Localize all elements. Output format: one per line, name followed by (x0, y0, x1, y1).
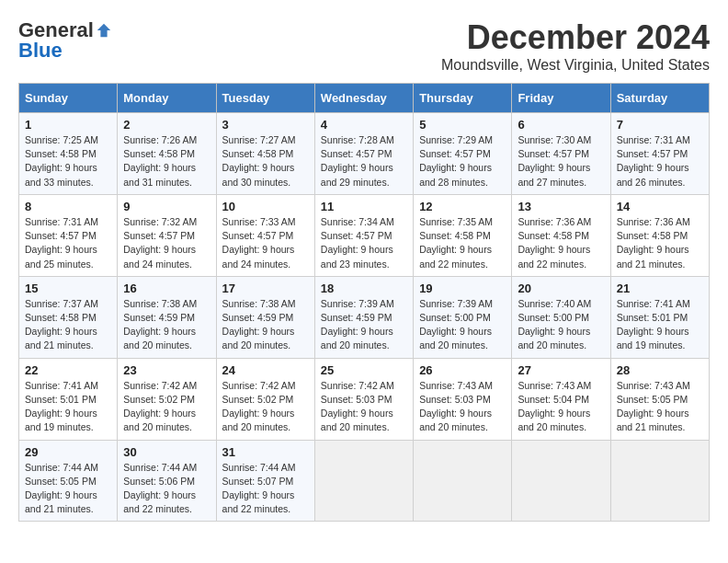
day-number: 20 (518, 282, 604, 295)
day-info: Sunrise: 7:40 AM Sunset: 5:00 PM Dayligh… (518, 297, 604, 353)
svg-marker-0 (97, 24, 110, 37)
day-info: Sunrise: 7:41 AM Sunset: 5:01 PM Dayligh… (617, 297, 703, 353)
logo-icon (96, 22, 112, 39)
day-number: 13 (518, 200, 604, 213)
day-number: 1 (25, 118, 111, 132)
logo-blue-text: Blue (18, 39, 63, 63)
day-number: 24 (222, 363, 309, 377)
day-info: Sunrise: 7:44 AM Sunset: 5:07 PM Dayligh… (222, 461, 309, 517)
calendar-cell: 15 Sunrise: 7:37 AM Sunset: 4:58 PM Dayl… (19, 276, 118, 358)
day-number: 30 (123, 445, 210, 459)
calendar-cell: 24 Sunrise: 7:42 AM Sunset: 5:02 PM Dayl… (216, 358, 314, 440)
day-info: Sunrise: 7:43 AM Sunset: 5:03 PM Dayligh… (419, 379, 506, 435)
day-info: Sunrise: 7:41 AM Sunset: 5:01 PM Dayligh… (25, 379, 111, 435)
day-number: 25 (321, 363, 407, 377)
calendar-cell: 17 Sunrise: 7:38 AM Sunset: 4:59 PM Dayl… (216, 276, 314, 358)
calendar-cell: 29 Sunrise: 7:44 AM Sunset: 5:05 PM Dayl… (19, 440, 118, 522)
calendar-cell (314, 440, 413, 522)
calendar-cell: 28 Sunrise: 7:43 AM Sunset: 5:05 PM Dayl… (610, 358, 709, 440)
day-info: Sunrise: 7:43 AM Sunset: 5:05 PM Dayligh… (617, 379, 703, 435)
calendar-cell: 9 Sunrise: 7:32 AM Sunset: 4:57 PM Dayli… (118, 194, 216, 276)
day-number: 17 (222, 282, 309, 295)
header-tuesday: Tuesday (216, 84, 314, 113)
day-info: Sunrise: 7:27 AM Sunset: 4:58 PM Dayligh… (222, 133, 309, 190)
calendar-cell: 21 Sunrise: 7:41 AM Sunset: 5:01 PM Dayl… (610, 276, 709, 358)
day-info: Sunrise: 7:42 AM Sunset: 5:02 PM Dayligh… (123, 379, 210, 435)
calendar-cell: 20 Sunrise: 7:40 AM Sunset: 5:00 PM Dayl… (512, 276, 610, 358)
day-info: Sunrise: 7:32 AM Sunset: 4:57 PM Dayligh… (123, 215, 210, 271)
day-info: Sunrise: 7:31 AM Sunset: 4:57 PM Dayligh… (25, 215, 111, 271)
calendar-cell: 19 Sunrise: 7:39 AM Sunset: 5:00 PM Dayl… (414, 276, 512, 358)
month-title: December 2024 (441, 18, 710, 57)
header-saturday: Saturday (610, 84, 709, 113)
day-info: Sunrise: 7:35 AM Sunset: 4:58 PM Dayligh… (419, 215, 506, 271)
day-number: 16 (123, 282, 210, 295)
day-number: 26 (419, 363, 506, 377)
day-number: 5 (419, 118, 506, 132)
day-number: 29 (25, 445, 111, 459)
day-number: 28 (617, 363, 703, 377)
day-info: Sunrise: 7:30 AM Sunset: 4:57 PM Dayligh… (518, 133, 604, 190)
header-sunday: Sunday (19, 84, 118, 113)
calendar-cell: 6 Sunrise: 7:30 AM Sunset: 4:57 PM Dayli… (512, 113, 610, 195)
day-info: Sunrise: 7:44 AM Sunset: 5:05 PM Dayligh… (25, 461, 111, 517)
day-number: 10 (222, 200, 309, 213)
calendar-row: 29 Sunrise: 7:44 AM Sunset: 5:05 PM Dayl… (19, 440, 710, 522)
day-number: 19 (419, 282, 506, 295)
day-info: Sunrise: 7:39 AM Sunset: 4:59 PM Dayligh… (321, 297, 407, 353)
calendar-cell: 27 Sunrise: 7:43 AM Sunset: 5:04 PM Dayl… (512, 358, 610, 440)
day-number: 7 (617, 118, 703, 132)
calendar-cell: 12 Sunrise: 7:35 AM Sunset: 4:58 PM Dayl… (414, 194, 512, 276)
day-info: Sunrise: 7:44 AM Sunset: 5:06 PM Dayligh… (123, 461, 210, 517)
day-info: Sunrise: 7:34 AM Sunset: 4:57 PM Dayligh… (321, 215, 407, 271)
day-info: Sunrise: 7:25 AM Sunset: 4:58 PM Dayligh… (25, 133, 111, 190)
day-number: 12 (419, 200, 506, 213)
day-number: 6 (518, 118, 604, 132)
calendar-cell: 13 Sunrise: 7:36 AM Sunset: 4:58 PM Dayl… (512, 194, 610, 276)
calendar-row: 15 Sunrise: 7:37 AM Sunset: 4:58 PM Dayl… (19, 276, 710, 358)
calendar-cell: 11 Sunrise: 7:34 AM Sunset: 4:57 PM Dayl… (314, 194, 413, 276)
day-number: 22 (25, 363, 111, 377)
day-number: 23 (123, 363, 210, 377)
header: General Blue December 2024 Moundsville, … (18, 18, 710, 74)
calendar-cell: 3 Sunrise: 7:27 AM Sunset: 4:58 PM Dayli… (216, 113, 314, 195)
calendar-table: Sunday Monday Tuesday Wednesday Thursday… (18, 83, 710, 522)
day-info: Sunrise: 7:33 AM Sunset: 4:57 PM Dayligh… (222, 215, 309, 271)
day-number: 9 (123, 200, 210, 213)
day-info: Sunrise: 7:26 AM Sunset: 4:58 PM Dayligh… (123, 133, 210, 190)
calendar-row: 1 Sunrise: 7:25 AM Sunset: 4:58 PM Dayli… (19, 113, 710, 195)
header-wednesday: Wednesday (314, 84, 413, 113)
day-info: Sunrise: 7:36 AM Sunset: 4:58 PM Dayligh… (617, 215, 703, 271)
calendar-cell (414, 440, 512, 522)
day-number: 31 (222, 445, 309, 459)
calendar-cell: 1 Sunrise: 7:25 AM Sunset: 4:58 PM Dayli… (19, 113, 118, 195)
calendar-row: 8 Sunrise: 7:31 AM Sunset: 4:57 PM Dayli… (19, 194, 710, 276)
calendar-cell: 23 Sunrise: 7:42 AM Sunset: 5:02 PM Dayl… (118, 358, 216, 440)
location-text: Moundsville, West Virginia, United State… (441, 57, 710, 74)
header-friday: Friday (512, 84, 610, 113)
calendar-cell: 30 Sunrise: 7:44 AM Sunset: 5:06 PM Dayl… (118, 440, 216, 522)
day-info: Sunrise: 7:28 AM Sunset: 4:57 PM Dayligh… (321, 133, 407, 190)
calendar-cell: 10 Sunrise: 7:33 AM Sunset: 4:57 PM Dayl… (216, 194, 314, 276)
calendar-cell: 2 Sunrise: 7:26 AM Sunset: 4:58 PM Dayli… (118, 113, 216, 195)
day-info: Sunrise: 7:31 AM Sunset: 4:57 PM Dayligh… (617, 133, 703, 190)
day-info: Sunrise: 7:43 AM Sunset: 5:04 PM Dayligh… (518, 379, 604, 435)
day-number: 11 (321, 200, 407, 213)
day-info: Sunrise: 7:42 AM Sunset: 5:03 PM Dayligh… (321, 379, 407, 435)
title-area: December 2024 Moundsville, West Virginia… (441, 18, 710, 74)
day-number: 2 (123, 118, 210, 132)
day-info: Sunrise: 7:38 AM Sunset: 4:59 PM Dayligh… (222, 297, 309, 353)
calendar-cell: 16 Sunrise: 7:38 AM Sunset: 4:59 PM Dayl… (118, 276, 216, 358)
day-number: 27 (518, 363, 604, 377)
day-number: 14 (617, 200, 703, 213)
calendar-cell: 26 Sunrise: 7:43 AM Sunset: 5:03 PM Dayl… (414, 358, 512, 440)
calendar-cell: 14 Sunrise: 7:36 AM Sunset: 4:58 PM Dayl… (610, 194, 709, 276)
day-number: 4 (321, 118, 407, 132)
calendar-cell: 22 Sunrise: 7:41 AM Sunset: 5:01 PM Dayl… (19, 358, 118, 440)
logo: General Blue (18, 18, 112, 63)
day-info: Sunrise: 7:37 AM Sunset: 4:58 PM Dayligh… (25, 297, 111, 353)
calendar-header-row: Sunday Monday Tuesday Wednesday Thursday… (19, 84, 710, 113)
day-number: 15 (25, 282, 111, 295)
header-thursday: Thursday (414, 84, 512, 113)
header-monday: Monday (118, 84, 216, 113)
